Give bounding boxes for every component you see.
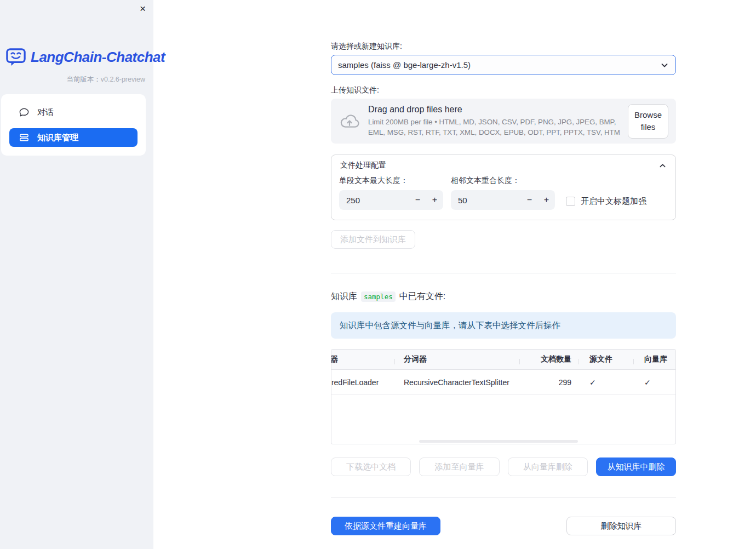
chat-bubble-icon	[19, 107, 30, 117]
info-alert: 知识库中包含源文件与向量库，请从下表中选择文件后操作	[331, 312, 676, 339]
upload-label: 上传知识文件:	[331, 85, 676, 95]
info-alert-text: 知识库中包含源文件与向量库，请从下表中选择文件后操作	[340, 320, 560, 331]
chevron-down-icon	[660, 61, 669, 70]
column-header-docs-count[interactable]: 文档数量	[519, 354, 579, 364]
file-action-buttons: 下载选中文档 添加至向量库 从向量库删除 从知识库中删除	[331, 458, 676, 476]
kb-select-label: 请选择或新建知识库:	[331, 42, 676, 52]
add-files-to-kb-button[interactable]: 添加文件到知识库	[331, 230, 415, 249]
zh-title-enhance-label: 开启中文标题加强	[581, 196, 646, 207]
cell-source-file-check: ✓	[579, 378, 633, 387]
delete-from-kb-button[interactable]: 从知识库中删除	[596, 458, 676, 476]
column-header-splitter[interactable]: 分词器	[394, 354, 519, 364]
add-to-vector-store-button[interactable]: 添加至向量库	[419, 458, 499, 476]
app-logo: LangChain-Chatchat	[5, 47, 153, 67]
cell-loader: UnstructuredFileLoader	[331, 378, 394, 387]
sidebar-item-label: 对话	[37, 107, 54, 118]
logo-chat-smiley-icon	[5, 47, 26, 67]
dropzone-title: Drag and drop files here	[368, 105, 622, 115]
plus-icon[interactable]: +	[538, 195, 555, 205]
sidebar-item-dialogue[interactable]: 对话	[9, 103, 138, 122]
sidebar: × LangChain-Chatchat 当前版本：v0.2.6-preview…	[0, 0, 153, 549]
kb-files-heading: 知识库 samples 中已有文件:	[331, 291, 676, 302]
column-header-source-file[interactable]: 源文件	[579, 354, 633, 364]
divider	[331, 497, 676, 498]
zh-title-enhance-field: 开启中文标题加强	[566, 191, 646, 211]
version-line: 当前版本：v0.2.6-preview	[0, 75, 153, 84]
chunk-size-label: 单段文本最大长度：	[339, 176, 443, 186]
table-header-row: 文档加载器 分词器 文档数量 源文件 向量库	[331, 350, 675, 370]
version-label: 当前版本：	[66, 76, 101, 83]
download-selected-button[interactable]: 下载选中文档	[331, 458, 411, 476]
table-row[interactable]: UnstructuredFileLoader RecursiveCharacte…	[331, 370, 675, 395]
cell-docs-count: 299	[519, 378, 579, 387]
main-area: 请选择或新建知识库: samples (faiss @ bge-large-zh…	[153, 0, 756, 549]
spacer	[440, 517, 566, 535]
kb-files-suffix: 中已有文件:	[399, 291, 445, 302]
divider	[331, 273, 676, 273]
cloud-upload-icon	[339, 111, 360, 131]
kb-files-prefix: 知识库	[331, 291, 357, 302]
kb-files-table[interactable]: 文档加载器 分词器 文档数量 源文件 向量库 UnstructuredFileL…	[331, 349, 676, 444]
overlap-size-value[interactable]: 50	[451, 196, 521, 205]
file-config-expander: 文件处理配置 单段文本最大长度： 250 − + 相邻文本重合长度：	[331, 155, 676, 220]
plus-icon[interactable]: +	[426, 195, 443, 205]
sidebar-menu: 对话 知识库管理	[1, 94, 146, 156]
column-header-vector-store[interactable]: 向量库	[633, 354, 675, 364]
sidebar-item-label: 知识库管理	[37, 133, 78, 143]
column-header-loader[interactable]: 文档加载器	[331, 354, 394, 364]
chunk-size-stepper[interactable]: 250 − +	[339, 190, 443, 210]
rebuild-vector-store-button[interactable]: 依据源文件重建向量库	[331, 517, 440, 535]
overlap-size-label: 相邻文本重合长度：	[451, 176, 555, 186]
close-sidebar-icon[interactable]: ×	[140, 3, 146, 14]
dropzone-limit-text: Limit 200MB per file • HTML, MD, JSON, C…	[368, 117, 622, 138]
overlap-size-stepper[interactable]: 50 − +	[451, 190, 555, 210]
kb-name-code: samples	[361, 291, 396, 302]
cell-splitter: RecursiveCharacterTextSplitter	[394, 378, 519, 387]
version-value: v0.2.6-preview	[101, 76, 145, 83]
logo-text: LangChain-Chatchat	[31, 49, 165, 66]
kb-list-icon	[19, 133, 30, 142]
minus-icon[interactable]: −	[521, 195, 538, 205]
zh-title-enhance-checkbox[interactable]	[566, 197, 575, 206]
chunk-size-field: 单段文本最大长度： 250 − +	[339, 176, 443, 211]
delete-from-vector-store-button[interactable]: 从向量库删除	[508, 458, 588, 476]
kb-global-buttons: 依据源文件重建向量库 删除知识库	[331, 517, 676, 535]
dropzone-texts: Drag and drop files here Limit 200MB per…	[368, 105, 622, 138]
sidebar-item-knowledge-base[interactable]: 知识库管理	[9, 128, 138, 147]
kb-selectbox[interactable]: samples (faiss @ bge-large-zh-v1.5)	[331, 55, 676, 75]
browse-files-button[interactable]: Browse files	[628, 104, 668, 139]
chevron-up-icon	[658, 162, 667, 170]
minus-icon[interactable]: −	[409, 195, 426, 205]
delete-kb-button[interactable]: 删除知识库	[566, 517, 676, 535]
expander-title: 文件处理配置	[340, 161, 386, 170]
chunk-size-value[interactable]: 250	[339, 196, 409, 205]
expander-header[interactable]: 文件处理配置	[331, 155, 675, 176]
kb-select-value: samples (faiss @ bge-large-zh-v1.5)	[338, 60, 471, 70]
table-horizontal-scrollbar[interactable]	[419, 440, 578, 443]
expander-body: 单段文本最大长度： 250 − + 相邻文本重合长度： 50 − +	[331, 176, 675, 220]
overlap-size-field: 相邻文本重合长度： 50 − +	[451, 176, 555, 211]
file-dropzone[interactable]: Drag and drop files here Limit 200MB per…	[331, 99, 676, 144]
cell-vector-store-check: ✓	[633, 378, 675, 387]
